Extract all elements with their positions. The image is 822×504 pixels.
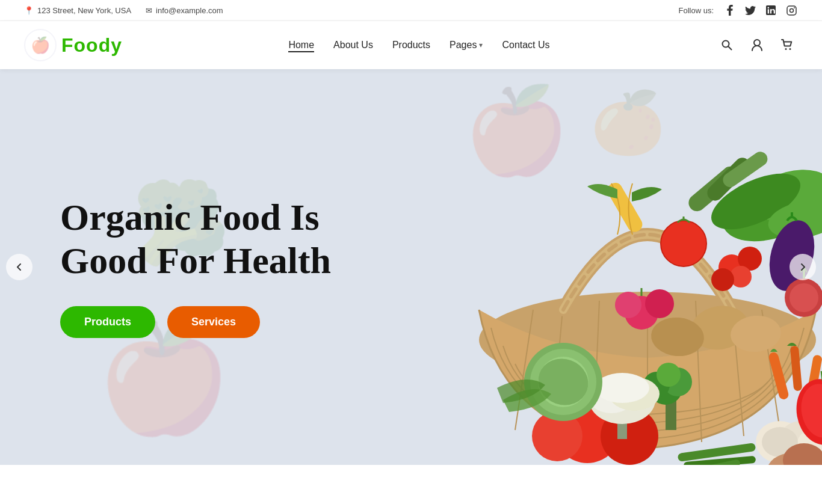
nav-icons: [716, 34, 798, 56]
nav-item-products[interactable]: Products: [392, 40, 430, 51]
cart-icon: [781, 39, 793, 51]
svg-point-34: [790, 283, 818, 312]
email-item: ✉ info@example.com: [146, 6, 223, 15]
chevron-left-icon: [15, 263, 23, 271]
svg-point-48: [657, 363, 681, 387]
svg-rect-0: [787, 6, 796, 15]
nav-link-about[interactable]: About Us: [333, 37, 373, 52]
facebook-icon[interactable]: [723, 4, 737, 17]
chevron-down-icon: ▾: [479, 41, 483, 49]
svg-point-1: [790, 8, 793, 12]
pin-icon: 📍: [24, 6, 34, 15]
svg-point-6: [785, 48, 786, 50]
svg-point-81: [645, 289, 674, 318]
twitter-icon[interactable]: [744, 4, 757, 17]
nav-item-pages[interactable]: Pages ▾: [450, 37, 483, 53]
address-text: 123 Street, New York, USA: [37, 6, 131, 15]
nav-link-pages[interactable]: Pages: [450, 37, 477, 53]
hero-title-line1: Organic Food Is: [60, 197, 320, 238]
topbar: 📍 123 Street, New York, USA ✉ info@examp…: [0, 0, 822, 21]
mail-icon: ✉: [146, 6, 152, 15]
svg-point-30: [711, 268, 734, 291]
user-icon: [752, 39, 762, 51]
nav-item-contact[interactable]: Contact Us: [502, 40, 549, 51]
search-button[interactable]: [716, 34, 738, 56]
hero-content: Organic Food Is Good For Health Products…: [0, 196, 331, 338]
nav-item-about[interactable]: About Us: [333, 40, 373, 51]
logo-icon: 🍎: [24, 29, 57, 61]
chevron-right-icon: [799, 263, 807, 271]
products-button[interactable]: Products: [60, 306, 155, 338]
nav-link-home[interactable]: Home: [288, 37, 314, 52]
hero-section: 🍎 🍊 🥦 🍎 Organic Food Is Good For Health …: [0, 69, 822, 465]
carousel-prev-button[interactable]: [6, 254, 32, 280]
search-icon: [722, 40, 732, 51]
email-text: info@example.com: [156, 6, 223, 15]
hero-title-line2: Good For Health: [60, 240, 331, 281]
instagram-icon[interactable]: [785, 4, 798, 17]
nav-links: Home About Us Products Pages ▾ Contact U…: [288, 37, 549, 53]
user-button[interactable]: [746, 34, 768, 56]
carousel-next-button[interactable]: [790, 254, 816, 280]
svg-line-4: [728, 46, 732, 50]
hero-image: [365, 69, 822, 465]
navbar: 🍎 Foody Home About Us Products Pages ▾ C…: [0, 21, 822, 69]
nav-link-products[interactable]: Products: [392, 37, 430, 52]
nav-link-contact[interactable]: Contact Us: [502, 37, 549, 52]
svg-point-7: [789, 48, 791, 50]
logo-text: Foody: [61, 34, 122, 57]
follow-label: Follow us:: [678, 6, 714, 15]
svg-point-5: [754, 40, 760, 46]
topbar-left: 📍 123 Street, New York, USA ✉ info@examp…: [24, 6, 223, 15]
address-item: 📍 123 Street, New York, USA: [24, 6, 131, 15]
hero-title: Organic Food Is Good For Health: [60, 196, 331, 282]
nav-item-home[interactable]: Home: [288, 40, 314, 51]
cart-button[interactable]: [776, 34, 798, 56]
svg-point-2: [794, 7, 795, 8]
logo[interactable]: 🍎 Foody: [24, 29, 122, 61]
svg-point-82: [615, 292, 641, 318]
linkedin-icon[interactable]: [764, 4, 777, 17]
topbar-right: Follow us:: [678, 4, 798, 17]
services-button[interactable]: Services: [167, 306, 260, 338]
vegetable-basket-svg: [383, 87, 822, 465]
svg-point-53: [595, 373, 649, 403]
hero-buttons: Products Services: [60, 306, 331, 338]
